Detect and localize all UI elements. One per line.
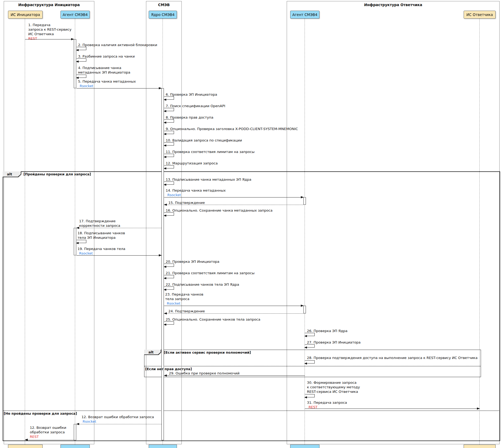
participant-agent-smev4-responder: Агент СМЭВ4 bbox=[290, 11, 319, 19]
message-31-arrow bbox=[305, 409, 480, 409]
participant-is-initiator: ИС Инициатора bbox=[8, 11, 43, 19]
message-13-label: 13. Подписывание чанка метаданных ЭП Ядр… bbox=[166, 177, 251, 182]
participant-agent-smev4-responder-bottom bbox=[290, 445, 319, 448]
message-27-label: 27. Проверка ЭП Инициатора bbox=[307, 340, 361, 345]
message-23-arrow bbox=[164, 306, 303, 306]
participant-core-smev4-bottom bbox=[149, 445, 177, 448]
activation-agent-initiator-3 bbox=[74, 424, 76, 440]
message-26-label: 26. Проверка ЭП Ядра bbox=[307, 329, 347, 333]
message-7-self-arrow bbox=[164, 108, 174, 111]
participant-agent-smev4-initiator: Агент СМЭВ4 bbox=[60, 11, 90, 19]
message-21-self-arrow bbox=[164, 275, 174, 278]
message-30-label: 30. Формирование запроса к соответствующ… bbox=[307, 380, 360, 394]
message-7-label: 7. Поиск спецификации OpenAPI bbox=[166, 104, 225, 108]
message-16-label: 16. Опционально. Сохранение чанка метада… bbox=[166, 208, 273, 213]
message-6-self-arrow bbox=[164, 96, 174, 100]
message-4-self-arrow bbox=[76, 75, 86, 78]
message-29-label: 29. Ошибка при проверке полномочий bbox=[169, 371, 240, 376]
package-title: Инфраструктура Инициатора bbox=[4, 3, 94, 7]
message-25-self-arrow bbox=[164, 321, 174, 325]
message-1-protocol: REST bbox=[28, 36, 37, 41]
message-12-error-rest-protocol: REST bbox=[30, 434, 39, 439]
activation-agent-initiator-1 bbox=[74, 39, 76, 88]
message-18-self-arrow bbox=[76, 240, 86, 243]
message-23-label: 23. Передача чанков тела запроса bbox=[165, 292, 203, 301]
message-8-self-arrow bbox=[164, 119, 174, 123]
message-10-self-arrow bbox=[164, 142, 174, 146]
message-9-self-arrow bbox=[164, 131, 174, 134]
message-19-protocol: Rsocket bbox=[79, 251, 93, 256]
participant-is-responder: ИС Ответчика bbox=[464, 11, 496, 19]
message-14-arrow bbox=[164, 197, 303, 197]
message-17-label: 17. Подтверждение корректности запроса bbox=[79, 219, 120, 228]
message-13-self-arrow bbox=[164, 181, 174, 185]
activation-agent-responder-2 bbox=[303, 306, 306, 313]
message-24-label: 24. Подтверждение bbox=[168, 309, 205, 313]
message-5-label: 5. Передача чанка метаданных bbox=[78, 79, 136, 84]
participant-core-smev4: Ядро СМЭВ4 bbox=[149, 11, 177, 19]
alt-operator-label-inner: alt bbox=[144, 350, 161, 354]
message-31-label: 31. Передача запроса bbox=[307, 400, 347, 405]
message-5-arrow bbox=[76, 88, 161, 88]
package-title: СМЭВ bbox=[146, 3, 181, 7]
message-12-error-rsocket-arrow bbox=[76, 424, 161, 424]
message-18-label: 18. Подписывание чанков тела ЭП Инициато… bbox=[78, 231, 125, 240]
message-3-label: 3. Разбиение запроса на чанки bbox=[78, 54, 135, 59]
message-2-label: 2. Проверка наличия активной блокировки bbox=[78, 43, 157, 47]
package-title: Инфраструктура Ответчика bbox=[287, 3, 499, 7]
message-3-self-arrow bbox=[76, 58, 86, 62]
message-26-self-arrow bbox=[305, 333, 315, 336]
message-12-error-rsocket-label: 12. Возврат ошибки обработки запроса bbox=[82, 415, 154, 419]
message-12-label: 12. Маршрутизация запроса bbox=[166, 161, 218, 166]
message-29-arrow bbox=[164, 376, 305, 376]
alt-operator-label: alt bbox=[3, 171, 21, 177]
message-12-error-rest-arrow bbox=[25, 440, 74, 440]
message-1-arrow bbox=[25, 39, 74, 39]
message-5-protocol: Rsocket bbox=[80, 84, 93, 88]
activation-agent-initiator-2 bbox=[74, 228, 76, 255]
message-12-self-arrow bbox=[164, 165, 174, 168]
message-20-self-arrow bbox=[164, 264, 174, 267]
message-11-self-arrow bbox=[164, 154, 174, 157]
message-14-label: 14. Передача чанка метаданных bbox=[166, 188, 226, 193]
alt-guard-authz-active: [Если активен сервис проверки полномочий… bbox=[164, 350, 251, 354]
message-22-self-arrow bbox=[164, 286, 174, 290]
message-6-label: 6. Проверка ЭП Инициатора bbox=[166, 92, 217, 97]
participant-is-responder-bottom bbox=[464, 445, 496, 448]
activation-core bbox=[161, 88, 164, 440]
activation-agent-responder-1 bbox=[303, 197, 306, 205]
message-12-error-rest-label: 12. Возврат ошибки обработки запроса bbox=[30, 425, 66, 434]
alt-guard-success: [Пройдены проверки для запроса] bbox=[23, 172, 91, 176]
message-30-self-arrow bbox=[305, 394, 315, 397]
message-16-self-arrow bbox=[164, 212, 174, 216]
message-11-label: 11. Проверка соответствия лимитам на зап… bbox=[166, 150, 254, 154]
message-10-label: 10. Валидация запроса по спецификации bbox=[166, 138, 242, 143]
message-2-self-arrow bbox=[76, 47, 86, 50]
message-9-label: 9. Опционально. Проверка заголовка X-POD… bbox=[166, 127, 298, 131]
message-19-label: 19. Передача чанков тела bbox=[78, 247, 125, 251]
message-28-label: 28. Проверка подтверждения доступа на вы… bbox=[307, 356, 477, 360]
message-4-label: 4. Подписывание чанка метаданных ЭП Иниц… bbox=[78, 66, 130, 75]
message-25-label: 25. Опционально. Сохранение чанков тела … bbox=[166, 317, 260, 322]
message-1-label: 1. Передача запроса к REST-сервису ИС От… bbox=[28, 23, 71, 36]
message-12-error-rsocket-protocol: Rsocket bbox=[83, 419, 96, 424]
message-19-arrow bbox=[76, 255, 161, 256]
message-21-label: 21. Проверка соответствия лимитам на зап… bbox=[166, 271, 254, 275]
alt-guard-no-access: [Если нет прав доступа] bbox=[145, 367, 192, 371]
message-23-protocol: Rsocket bbox=[167, 301, 180, 306]
message-20-label: 20. Проверка ЭП Инициатора bbox=[166, 259, 219, 264]
message-28-self-arrow bbox=[305, 360, 315, 364]
message-8-label: 8. Проверка прав доступа bbox=[166, 115, 213, 120]
participant-is-initiator-bottom bbox=[8, 445, 43, 448]
message-22-label: 22. Подписывание чанков тела ЭП Ядра bbox=[166, 282, 239, 287]
alt-else-divider-inner bbox=[144, 366, 480, 366]
message-27-self-arrow bbox=[305, 344, 315, 348]
message-15-label: 15. Подтверждение bbox=[168, 200, 205, 205]
message-14-protocol: Rsocket bbox=[167, 193, 181, 197]
message-24-arrow bbox=[164, 313, 303, 314]
alt-guard-fail: [Не пройдены проверки для запроса] bbox=[4, 411, 77, 415]
participant-agent-smev4-initiator-bottom bbox=[60, 445, 90, 448]
sequence-diagram: Инфраструктура Инициатора СМЭВ Инфрастру… bbox=[0, 0, 502, 448]
message-15-arrow bbox=[164, 205, 303, 205]
message-17-arrow bbox=[76, 228, 161, 228]
